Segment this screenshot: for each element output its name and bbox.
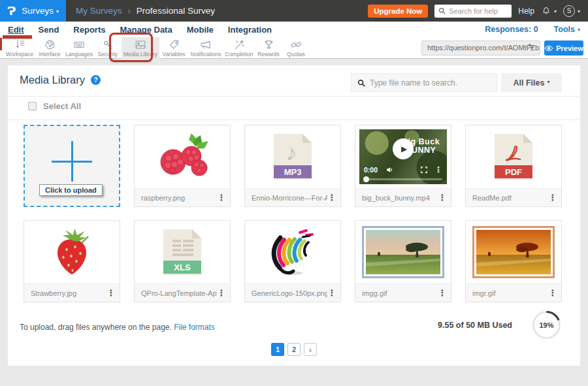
card-menu-icon[interactable]: ⋮ xyxy=(548,288,557,298)
survey-url-field[interactable]: https://questionpro.com/t/AOMtFZb6M xyxy=(421,40,540,56)
raspberry-thumbnail xyxy=(135,125,230,188)
tool-security[interactable]: Security xyxy=(94,37,122,59)
media-card-xls[interactable]: XLS QPro-LangTemplate-April... ⋮ xyxy=(134,220,231,302)
media-card-video[interactable]: Big Buck BUNNY ▶ 0:00 ⋮ big_buck_bunny.m… xyxy=(355,125,451,207)
media-card-imgr[interactable]: imgr.gif ⋮ xyxy=(465,220,562,302)
breadcrumb-my-surveys[interactable]: My Surveys xyxy=(76,6,122,16)
file-name: raspberry.png xyxy=(141,194,217,202)
media-card-raspberry[interactable]: raspberry.png ⋮ xyxy=(134,125,231,207)
trophy-icon xyxy=(263,39,275,50)
volume-icon[interactable] xyxy=(385,166,394,174)
media-card-logo[interactable]: GenericLogo-150px.png ⋮ xyxy=(244,220,341,302)
image-icon xyxy=(134,39,147,50)
tools-dropdown[interactable]: Tools xyxy=(554,25,580,34)
edit-url-pencil-icon[interactable]: ✎ xyxy=(528,42,534,51)
fullscreen-icon[interactable] xyxy=(420,166,428,174)
questionpro-logo-icon: Ɂ xyxy=(7,5,16,18)
key-icon xyxy=(102,39,114,50)
tab-reports[interactable]: Reports xyxy=(73,25,105,35)
logo-thumbnail xyxy=(245,221,340,283)
video-player[interactable]: Big Buck BUNNY ▶ 0:00 ⋮ xyxy=(359,129,447,184)
picture-frame xyxy=(472,226,555,278)
tool-interface[interactable]: Interface xyxy=(35,37,64,59)
media-card-mp3[interactable]: ♪ MP3 Ennio-Morricone---For-A-... ⋮ xyxy=(244,125,341,207)
file-name: GenericLogo-150px.png xyxy=(252,289,327,297)
card-menu-icon[interactable]: ⋮ xyxy=(106,288,116,298)
tool-variables[interactable]: Variables xyxy=(159,37,188,59)
svg-text:PDF: PDF xyxy=(505,167,522,177)
tool-languages[interactable]: Languages xyxy=(64,37,94,59)
responses-count: Responses: 0 xyxy=(485,25,538,34)
help-question-icon[interactable]: ? xyxy=(91,75,101,85)
tab-mobile[interactable]: Mobile xyxy=(187,25,214,35)
card-menu-icon[interactable]: ⋮ xyxy=(438,288,447,298)
play-icon: ▶ xyxy=(401,144,407,153)
tab-edit[interactable]: Edit xyxy=(8,25,24,35)
tool-media-library[interactable]: Media Library xyxy=(122,37,159,59)
upgrade-now-button[interactable]: Upgrade Now xyxy=(368,5,428,18)
help-search-input[interactable] xyxy=(449,7,506,15)
bell-icon xyxy=(541,6,551,16)
tool-workspace[interactable]: Workspace xyxy=(4,37,35,59)
card-menu-icon[interactable]: ⋮ xyxy=(217,193,226,202)
eye-icon xyxy=(544,45,553,52)
media-card-strawberry[interactable]: Strawberry.jpg ⋮ xyxy=(24,220,120,302)
plus-icon xyxy=(52,141,92,182)
avatar-caret-icon xyxy=(575,6,580,16)
card-menu-icon[interactable]: ⋮ xyxy=(548,193,557,202)
progress-knob[interactable] xyxy=(363,176,369,182)
mp3-file-icon: ♪ MP3 xyxy=(245,125,340,188)
tool-completion[interactable]: Completion xyxy=(223,37,255,59)
tag-icon xyxy=(168,39,180,50)
tool-notifications[interactable]: Notifications xyxy=(188,37,223,59)
tab-send[interactable]: Send xyxy=(39,25,59,35)
breadcrumb-current: Professional Survey xyxy=(137,6,215,16)
help-link[interactable]: Help xyxy=(518,7,534,16)
file-name: QPro-LangTemplate-April... xyxy=(141,289,217,297)
card-menu-icon[interactable]: ⋮ xyxy=(217,288,226,298)
video-menu-icon[interactable]: ⋮ xyxy=(434,165,442,174)
help-search[interactable] xyxy=(434,5,512,18)
surveys-dropdown-label[interactable]: Surveys xyxy=(22,6,59,16)
play-button[interactable]: ▶ xyxy=(393,138,414,159)
select-all-checkbox[interactable] xyxy=(28,102,37,110)
page-title: Media Library ? xyxy=(20,74,101,86)
page-2-button[interactable]: 2 xyxy=(287,343,301,356)
survey-nav: Edit Send Reports Manage Data Mobile Int… xyxy=(0,22,588,37)
file-type-filter[interactable]: All Files xyxy=(501,73,562,92)
next-page-button[interactable]: › xyxy=(304,343,317,356)
tab-manage-data[interactable]: Manage Data xyxy=(120,25,172,35)
page-1-button[interactable]: 1 xyxy=(271,343,284,356)
media-grid: Click to upload raspberry. xyxy=(24,125,562,302)
svg-text:MP3: MP3 xyxy=(284,167,302,177)
storage-used-label: 9.55 of 50 MB Used xyxy=(438,321,512,330)
tool-rewards[interactable]: Rewards xyxy=(255,37,282,59)
tab-integration[interactable]: Integration xyxy=(228,25,272,35)
megaphone-icon xyxy=(199,39,212,50)
card-menu-icon[interactable]: ⋮ xyxy=(327,193,336,202)
breadcrumb-separator-icon: › xyxy=(128,6,131,16)
account-menu[interactable]: S xyxy=(563,5,580,17)
avatar[interactable]: S xyxy=(563,5,575,17)
media-search[interactable] xyxy=(351,73,497,92)
card-menu-icon[interactable]: ⋮ xyxy=(327,288,336,298)
imgr-thumbnail xyxy=(466,221,561,283)
media-card-imgg[interactable]: imgg.gif ⋮ xyxy=(355,220,451,302)
video-progress-bar[interactable] xyxy=(364,178,442,180)
file-formats-link[interactable]: File formats xyxy=(174,323,215,332)
music-note-icon: ♪ xyxy=(286,140,297,165)
file-name: Ennio-Morricone---For-A-... xyxy=(252,194,327,202)
storage-percent: 19% xyxy=(539,321,553,329)
preview-button[interactable]: Preview xyxy=(544,40,583,56)
card-menu-icon[interactable]: ⋮ xyxy=(438,193,447,202)
tool-quotas[interactable]: Quotas xyxy=(282,37,310,59)
workspace-icon xyxy=(14,39,26,50)
media-search-input[interactable] xyxy=(370,78,487,88)
strawberry-thumbnail xyxy=(24,221,120,283)
surveys-menu[interactable]: Ɂ Surveys xyxy=(0,0,66,22)
upload-tooltip: Click to upload xyxy=(39,184,103,196)
media-card-pdf[interactable]: PDF ReadMe.pdf ⋮ xyxy=(465,125,562,207)
notifications-bell[interactable] xyxy=(541,6,557,16)
upload-hint: To upload, drag files anywhere on the pa… xyxy=(20,323,215,332)
upload-card[interactable]: Click to upload xyxy=(24,125,120,207)
